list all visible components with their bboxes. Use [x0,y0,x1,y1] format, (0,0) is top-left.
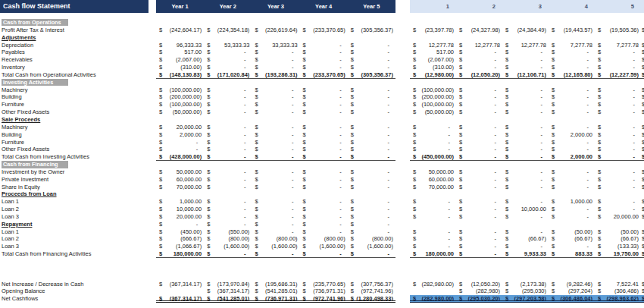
value-cell[interactable]: $- [502,101,549,108]
value-cell[interactable]: $- [348,153,395,161]
value-cell[interactable]: $50,000.00 [156,168,204,176]
value-cell[interactable]: $(50.00) [595,228,641,236]
value-cell[interactable]: $- [502,176,549,184]
value-cell[interactable]: $- [252,139,299,146]
value-cell[interactable] [456,79,502,86]
value-cell[interactable]: $ [641,93,644,101]
value-cell[interactable]: $2,000.00 [549,153,595,161]
value-cell[interactable]: $10,000.00 [502,206,549,213]
row-label-cell[interactable]: Loan 1 [0,228,156,236]
value-cell[interactable]: $(19,443.57) [549,27,595,34]
value-cell[interactable]: $(800.00) [204,235,252,243]
value-cell[interactable]: $- [204,250,252,258]
value-cell[interactable]: $(367,314.17) [204,288,252,295]
value-cell[interactable]: $(100,000.00) [156,101,204,108]
value-cell[interactable]: $19,750.00 [595,250,641,258]
value-cell[interactable]: $ [641,168,644,176]
value-cell[interactable]: $(19,505.36) [595,27,641,34]
value-cell[interactable]: $- [348,184,395,191]
value-cell[interactable]: $ [641,206,644,213]
value-cell[interactable]: $(736,971.31) [300,288,348,295]
value-cell[interactable]: $ [641,153,644,161]
value-cell[interactable] [456,266,502,273]
value-cell[interactable]: $- [204,146,252,153]
value-cell[interactable]: $(282,980.00) [410,281,456,288]
value-cell[interactable]: $(2,173.38) [502,281,549,288]
value-cell[interactable]: $- [204,153,252,161]
value-cell[interactable]: $(23,397.78) [410,27,456,34]
value-cell[interactable]: $ [641,184,644,191]
value-cell[interactable]: $- [252,101,299,108]
value-cell[interactable]: $- [204,221,252,228]
value-cell[interactable] [156,266,204,273]
value-cell[interactable] [348,190,395,198]
value-cell[interactable]: $- [456,139,502,146]
value-cell[interactable] [641,221,644,228]
value-cell[interactable]: $- [456,146,502,153]
value-cell[interactable]: $(100,000.00) [410,86,456,94]
value-cell[interactable]: $- [595,93,641,101]
value-cell[interactable] [348,273,395,281]
value-cell[interactable]: $2,000.00 [156,131,204,139]
period-header-cell-5[interactable]: 5 [595,0,641,13]
value-cell[interactable]: $ [641,198,644,206]
value-cell[interactable]: $(305,356.37) [348,71,395,79]
value-cell[interactable] [595,266,641,273]
row-label-cell[interactable]: Net Increase / Decrease in Cash [0,281,156,288]
value-cell[interactable]: $- [595,198,641,206]
value-cell[interactable]: $- [456,213,502,221]
value-cell[interactable] [502,190,549,198]
value-cell[interactable]: $(305,356.37) [348,27,395,34]
value-cell[interactable]: $- [549,139,595,146]
value-cell[interactable]: $- [549,184,595,191]
period-header-cell-3[interactable]: 3 [502,0,549,13]
value-cell[interactable]: $883.33 [549,250,595,258]
year-header-cell-year-5[interactable]: Year 5 [348,0,395,13]
value-cell[interactable]: $- [252,206,299,213]
period-header-cell-4[interactable]: 4 [549,0,595,13]
value-cell[interactable]: $- [300,146,348,153]
value-cell[interactable]: $(195,686.31) [252,281,299,288]
value-cell[interactable] [156,273,204,281]
value-cell[interactable]: $- [549,101,595,108]
value-cell[interactable]: $(50.00) [549,228,595,236]
row-label-cell[interactable]: Loan 2 [0,235,156,243]
value-cell[interactable] [156,190,204,198]
value-cell[interactable]: $- [204,101,252,108]
value-cell[interactable]: $(972,741.96) [348,288,395,295]
value-cell[interactable] [549,116,595,124]
value-cell[interactable]: $- [348,139,395,146]
value-cell[interactable]: $- [300,139,348,146]
value-cell[interactable]: $(666.67) [156,235,204,243]
value-cell[interactable]: $- [410,198,456,206]
value-cell[interactable]: $(428,000.00) [156,153,204,161]
row-label-cell[interactable] [0,273,156,281]
value-cell[interactable]: $(9,282.46) [549,281,595,288]
value-cell[interactable] [410,79,456,86]
row-label-cell[interactable] [0,258,156,266]
value-cell[interactable]: $ [641,49,644,56]
value-cell[interactable]: $(541,285.01) [252,288,299,295]
value-cell[interactable]: $(224,354.18) [204,27,252,34]
value-cell[interactable] [348,34,395,42]
value-cell[interactable]: $- [502,243,549,250]
value-cell[interactable]: $- [410,213,456,221]
value-cell[interactable]: $(66.67) [595,235,641,243]
value-cell[interactable]: $(367,314.17) [156,295,204,303]
value-cell[interactable]: $- [252,221,299,228]
value-cell[interactable]: $- [502,49,549,56]
value-cell[interactable]: $517.00 [410,49,456,56]
value-cell[interactable] [204,161,252,168]
value-cell[interactable]: $- [348,176,395,184]
value-cell[interactable]: $- [595,49,641,56]
value-cell[interactable]: $(297,204) [549,288,595,295]
value-cell[interactable]: $- [549,93,595,101]
value-cell[interactable] [300,161,348,168]
value-cell[interactable]: $- [348,124,395,131]
value-cell[interactable]: $(310.00) [410,64,456,71]
value-cell[interactable]: $- [204,184,252,191]
value-cell[interactable] [456,258,502,266]
value-cell[interactable]: $- [456,198,502,206]
value-cell[interactable]: $- [252,250,299,258]
value-cell[interactable]: $- [456,49,502,56]
